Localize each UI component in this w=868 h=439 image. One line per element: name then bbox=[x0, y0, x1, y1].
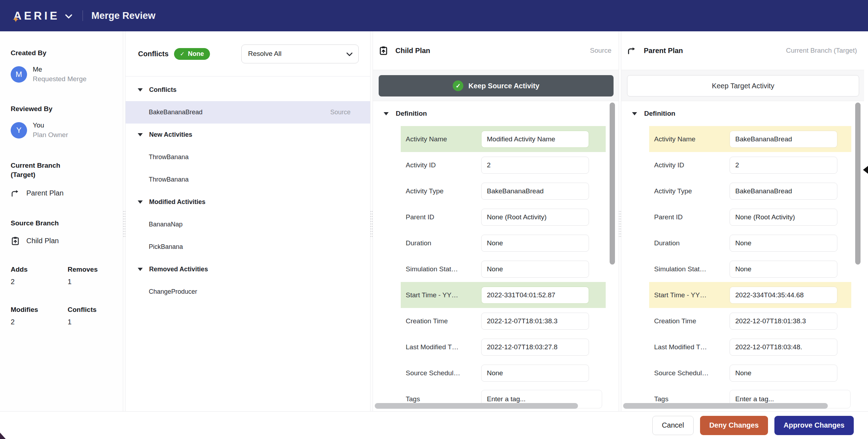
creation-time-input[interactable]: 2022-12-07T18:01:38.3 bbox=[730, 313, 837, 330]
stat-value: 2 bbox=[11, 318, 68, 326]
duration-input[interactable]: None bbox=[730, 235, 837, 252]
panel-resize-handle[interactable] bbox=[123, 31, 126, 411]
approve-changes-button[interactable]: Approve Changes bbox=[774, 416, 854, 435]
current-branch-heading: Current Branch (Target) bbox=[11, 161, 85, 179]
scrollbar-thumb[interactable] bbox=[623, 403, 828, 409]
activity-id-input[interactable]: 2 bbox=[730, 157, 837, 174]
activity-type-input[interactable]: BakeBananaBread bbox=[730, 183, 837, 200]
stat-value: 1 bbox=[68, 318, 117, 326]
activity-name-input[interactable]: Modified Activity Name bbox=[481, 131, 589, 148]
aerie-logo-text: AERIE bbox=[14, 10, 60, 21]
tree-section-removed-activities[interactable]: Removed Activities bbox=[126, 258, 370, 281]
source-branch-plan: Child Plan bbox=[11, 236, 123, 246]
activity-id-input[interactable]: 2 bbox=[481, 157, 589, 174]
review-sidebar: Created By M Me Requested Merge Reviewed… bbox=[0, 31, 123, 411]
person-name: You bbox=[33, 121, 68, 130]
panel-title: Child Plan bbox=[395, 47, 430, 55]
last-modified-input[interactable]: 2022-12-07T18:03:48. bbox=[730, 339, 837, 356]
conflicts-panel: Conflicts None Resolve All Conflicts Bak… bbox=[126, 31, 370, 411]
activity-name-input[interactable]: BakeBananaBread bbox=[730, 131, 837, 148]
page-title: Merge Review bbox=[91, 10, 156, 21]
plan-name: Child Plan bbox=[26, 237, 59, 245]
definition-section-header[interactable]: Definition bbox=[373, 101, 619, 126]
scrollbar-thumb[interactable] bbox=[610, 103, 615, 265]
top-bar: AERIE ✦ Merge Review bbox=[0, 0, 868, 31]
last-modified-input[interactable]: 2022-12-07T18:03:27.8 bbox=[481, 339, 589, 356]
person-role: Requested Merge bbox=[33, 74, 86, 84]
horizontal-scrollbar[interactable] bbox=[623, 403, 857, 409]
simulation-state-input[interactable]: None bbox=[730, 261, 837, 278]
stat-value: 2 bbox=[11, 278, 68, 286]
field-row: Simulation Stat… None bbox=[649, 256, 851, 282]
activity-type-input[interactable]: BakeBananaBread bbox=[481, 183, 589, 200]
field-row: Activity Type BakeBananaBread bbox=[649, 178, 851, 204]
field-label: Activity Name bbox=[406, 135, 481, 143]
tree-item[interactable]: ChangeProducer bbox=[126, 281, 370, 303]
stat-label: Modifies bbox=[11, 306, 68, 314]
panel-corner-label: Current Branch (Target) bbox=[786, 47, 857, 54]
source-branch-heading: Source Branch bbox=[11, 219, 123, 227]
horizontal-scrollbar[interactable] bbox=[375, 403, 611, 409]
triangle-collapse-icon bbox=[384, 112, 389, 115]
field-row: Duration None bbox=[401, 230, 606, 256]
tree-section-new-activities[interactable]: New Activities bbox=[126, 124, 370, 146]
deny-changes-button[interactable]: Deny Changes bbox=[700, 416, 768, 435]
field-label: Creation Time bbox=[406, 317, 481, 325]
parent-id-input[interactable]: None (Root Activity) bbox=[481, 209, 589, 226]
tree-item[interactable]: PickBanana bbox=[126, 236, 370, 258]
simulation-state-input[interactable]: None bbox=[481, 261, 589, 278]
triangle-collapse-icon bbox=[632, 112, 637, 115]
field-row: Start Time - YY… 2022-331T04:01:52.87 bbox=[401, 282, 606, 308]
resolve-all-select[interactable]: Resolve All bbox=[241, 45, 359, 63]
start-time-input[interactable]: 2022-331T04:01:52.87 bbox=[481, 287, 589, 304]
current-branch-plan: Parent Plan bbox=[11, 189, 123, 198]
scrollbar-thumb[interactable] bbox=[375, 403, 578, 409]
avatar: Y bbox=[11, 122, 27, 139]
plan-name: Parent Plan bbox=[26, 189, 64, 197]
cancel-button[interactable]: Cancel bbox=[652, 416, 694, 435]
check-circle-icon bbox=[453, 80, 463, 91]
field-row: Source Schedul… None bbox=[649, 360, 851, 386]
avatar: M bbox=[11, 66, 27, 83]
check-icon bbox=[180, 50, 185, 58]
scrollbar-thumb[interactable] bbox=[855, 103, 861, 265]
field-row: Activity ID 2 bbox=[401, 152, 606, 178]
panel-resize-handle[interactable] bbox=[619, 31, 621, 411]
vertical-scrollbar[interactable] bbox=[610, 103, 615, 403]
cursor-artifact bbox=[863, 166, 868, 174]
source-scheduling-input[interactable]: None bbox=[481, 365, 589, 382]
parent-id-input[interactable]: None (Root Activity) bbox=[730, 209, 837, 226]
conflicts-none-badge: None bbox=[174, 48, 210, 60]
aerie-logo[interactable]: AERIE ✦ bbox=[14, 10, 60, 21]
field-label: Creation Time bbox=[654, 317, 730, 325]
field-row: Parent ID None (Root Activity) bbox=[401, 204, 606, 230]
tree-item[interactable]: BakeBananaBreadSource bbox=[126, 101, 370, 124]
chevron-down-icon[interactable] bbox=[65, 14, 73, 19]
merge-arrow-icon bbox=[11, 189, 20, 198]
field-label: Duration bbox=[406, 239, 481, 247]
field-label: Start Time - YY… bbox=[406, 291, 481, 299]
keep-source-activity-button[interactable]: Keep Source Activity bbox=[379, 75, 614, 96]
tree-item[interactable]: BananaNap bbox=[126, 213, 370, 236]
right-gutter bbox=[864, 31, 868, 411]
person-name: Me bbox=[33, 65, 86, 74]
field-label: Start Time - YY… bbox=[654, 291, 730, 299]
field-row: Activity Name Modified Activity Name bbox=[401, 126, 606, 152]
panel-resize-handle[interactable] bbox=[370, 31, 373, 411]
vertical-scrollbar[interactable] bbox=[855, 103, 861, 403]
tree-item[interactable]: ThrowBanana bbox=[126, 168, 370, 191]
tree-item[interactable]: ThrowBanana bbox=[126, 146, 370, 168]
definition-section-header[interactable]: Definition bbox=[621, 101, 864, 126]
plan-clipboard-icon bbox=[379, 46, 388, 56]
stat-label: Removes bbox=[68, 266, 117, 273]
merge-review-app: AERIE ✦ Merge Review Created By M Me Req… bbox=[0, 0, 868, 439]
start-time-input[interactable]: 2022-334T04:35:44.68 bbox=[730, 287, 837, 304]
changes-tree: Conflicts BakeBananaBreadSource New Acti… bbox=[126, 77, 370, 303]
duration-input[interactable]: None bbox=[481, 235, 589, 252]
tree-section-modified-activities[interactable]: Modified Activities bbox=[126, 191, 370, 213]
source-scheduling-input[interactable]: None bbox=[730, 365, 837, 382]
keep-target-activity-button[interactable]: Keep Target Activity bbox=[627, 75, 859, 96]
tree-section-conflicts[interactable]: Conflicts bbox=[126, 79, 370, 101]
creation-time-input[interactable]: 2022-12-07T18:01:38.3 bbox=[481, 313, 589, 330]
field-label: Parent ID bbox=[406, 213, 481, 221]
